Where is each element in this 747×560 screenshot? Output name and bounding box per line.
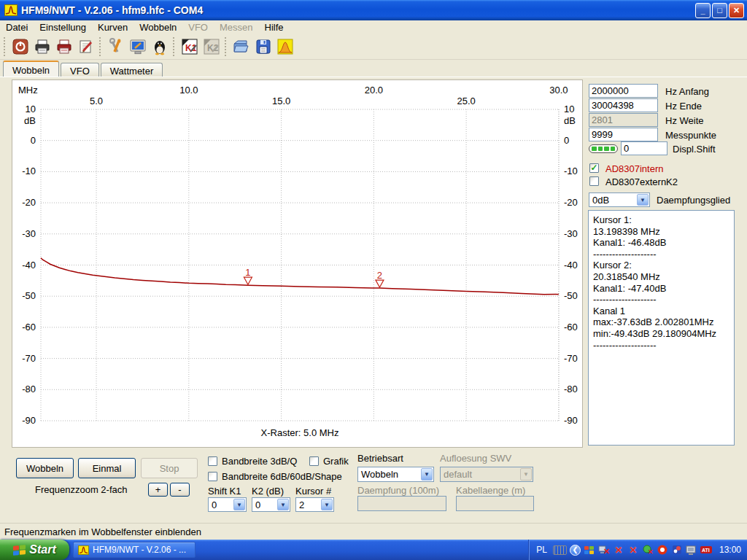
shift-k1-select[interactable]: 0▼ [208,497,247,512]
svg-text:30.0: 30.0 [549,85,568,96]
einmal-button[interactable]: Einmal [78,458,136,478]
sweep-chart[interactable]: 101000-10-10-20-20-30-30-40-40-50-50-60-… [12,80,582,447]
cursor-info-line: Kursor 2: [593,260,729,271]
device-error-2-icon[interactable]: ✕ [627,544,639,556]
app-window-icon [4,4,18,16]
chevron-down-icon[interactable]: ▼ [233,499,245,510]
svg-text:-40: -40 [564,260,578,271]
linux-tux-icon[interactable] [149,36,171,58]
displ-shift-input[interactable] [621,141,667,155]
hz-weite-input [589,113,658,127]
close-button[interactable]: ✕ [729,3,744,18]
bandbreite-6db-label: Bandbreite 6dB/60dB/Shape [222,471,342,482]
cursor-info-line: Kanal1: -46.48dB [593,237,729,249]
svg-text:10: 10 [564,104,574,114]
tab-wobbeln[interactable]: Wobbeln [3,61,59,77]
agent-error-icon[interactable]: ✕ [642,544,654,556]
display-settings-icon[interactable] [686,544,697,556]
print-icon[interactable] [31,36,53,58]
status-text: Frequenzmarken im Wobbelfenster einblend… [4,526,201,537]
start-button[interactable]: Start [0,540,69,560]
title-bar: HFM9/NWT - V.2.06 - hfm9.hfc - COM4 _ □ … [0,0,747,20]
k2-db-label: K2 (dB) [252,486,284,497]
calibrate-k1-icon[interactable]: K1 [179,36,201,58]
svg-text:2: 2 [377,270,382,281]
betriebsart-select[interactable]: Wobbeln▼ [357,467,434,482]
status-bar: Frequenzmarken im Wobbelfenster einblend… [0,523,747,540]
zoom-in-button[interactable]: + [148,483,168,497]
ati-icon[interactable]: ATI [700,544,712,556]
messpunkte-input[interactable] [589,128,658,141]
betriebsart-label: Betriebsart [357,453,403,464]
stop-button: Stop [141,458,198,478]
menu-hilfe[interactable]: Hilfe [259,20,290,34]
svg-text:5.0: 5.0 [90,96,103,106]
cursor-info-box: Kursor 1:13.198398 MHzKanal1: -46.48dB--… [588,210,735,446]
tab-wattmeter[interactable]: Wattmeter [101,63,163,77]
svg-text:dB: dB [564,115,576,126]
screen-edit-icon[interactable] [127,36,149,58]
taskbar-clock[interactable]: 13:00 [719,545,741,555]
sweep-curve-icon[interactable] [274,36,296,58]
cursor-marker-2[interactable]: 2 [376,270,384,287]
zoom-out-button[interactable]: - [170,483,190,497]
taskbar: Start HFM9/NWT - V.2.06 - ... PL ❮ ✕ ✕ ✕… [0,540,747,560]
grafik-checkbox[interactable] [309,456,319,466]
svg-text:-60: -60 [22,322,36,332]
open-file-icon[interactable] [231,36,252,58]
svg-text:20.0: 20.0 [365,85,383,96]
language-indicator[interactable]: PL [533,544,550,556]
minimize-button[interactable]: _ [695,3,711,18]
cursor-marker-1[interactable]: 1 [244,267,252,284]
app-window-icon [78,545,89,555]
windows-update-icon[interactable] [584,544,595,556]
svg-text:-20: -20 [22,197,36,208]
cursor-info-line: min:-49.43dB 29.180904MHz [593,328,729,340]
taskbar-task-hfm9nwt[interactable]: HFM9/NWT - V.2.06 - ... [73,542,196,558]
toolbar-gripper [173,37,177,56]
settings-tools-icon[interactable] [105,36,127,58]
chevron-down-icon[interactable]: ▼ [637,194,649,206]
menu-einstellung[interactable]: Einstellung [34,20,92,34]
svg-text:-70: -70 [22,353,36,364]
trace-kanal-1 [41,258,559,295]
bandbreite-3db-checkbox[interactable] [208,456,217,466]
ad8307-extern-checkbox[interactable] [589,176,599,186]
bandbreite-6db-checkbox[interactable] [208,472,217,481]
hz-ende-input[interactable] [589,98,658,112]
network-error-icon[interactable]: ✕ [598,544,610,556]
daempfungsglied-select[interactable]: 0dB ▼ [589,192,650,207]
maximize-button[interactable]: □ [712,3,727,18]
menu-wobbeln[interactable]: Wobbeln [133,20,182,34]
sweep-chart-area[interactable]: 101000-10-10-20-20-30-30-40-40-50-50-60-… [12,79,583,448]
edit-notes-icon[interactable] [75,36,97,58]
ad8307-intern-checkbox[interactable]: ✓ [589,163,599,173]
tab-vfo[interactable]: VFO [61,63,99,77]
cursor-info-line: -------------------- [593,249,729,260]
task-label: HFM9/NWT - V.2.06 - ... [93,545,186,555]
cursor-info-line: Kursor 1: [593,214,729,226]
windows-flag-icon [13,545,26,556]
chevron-down-icon[interactable]: ▼ [277,499,289,510]
aufloesung-swv-label: Aufloesung SWV [440,453,511,464]
save-file-icon[interactable] [252,36,274,58]
kursor-nr-select[interactable]: 2▼ [295,497,334,512]
keyboard-layout-icon[interactable] [553,545,567,555]
device-error-1-icon[interactable]: ✕ [613,544,624,556]
red-app-icon[interactable] [657,544,668,556]
k2-db-select[interactable]: 0▼ [252,497,290,512]
hide-tray-icons-button[interactable]: ❮ [570,545,581,556]
wobbeln-button[interactable]: Wobbeln [16,458,74,478]
kabellaenge-input [456,496,534,511]
menu-kurven[interactable]: Kurven [92,20,133,34]
chevron-down-icon[interactable]: ▼ [321,499,333,510]
hz-ende-label: Hz Ende [665,101,702,112]
svg-text:-70: -70 [564,353,578,364]
print-color-icon[interactable] [53,36,75,58]
dual-color-app-icon[interactable] [671,544,683,556]
hz-anfang-input[interactable] [589,84,658,98]
svg-text:-40: -40 [22,260,36,271]
menu-datei[interactable]: Datei [0,20,34,34]
exit-icon[interactable] [9,36,31,58]
chevron-down-icon[interactable]: ▼ [421,468,433,481]
